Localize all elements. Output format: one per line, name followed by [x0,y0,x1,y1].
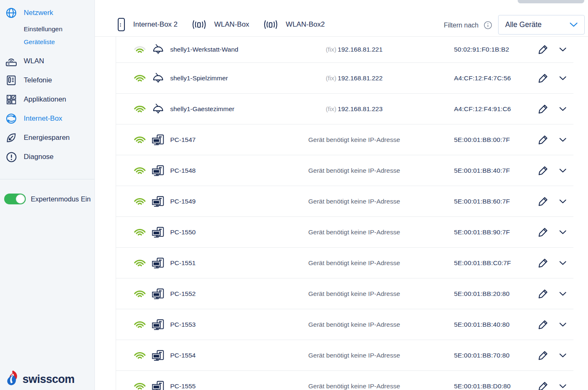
box-tab-icon [117,17,126,32]
edit-pencil-icon[interactable] [538,73,548,84]
edit-pencil-icon[interactable] [538,258,548,268]
device-name: shelly1-Gaestezimmer [170,105,281,113]
mac-address: 5E:00:01:BB:60:7F [427,198,534,205]
sidebar-item-label: Diagnose [24,153,54,161]
tab-wlan-box[interactable]: WLAN-Box [191,19,249,30]
wifi-signal-icon [133,134,147,145]
edit-pencil-icon[interactable] [538,381,548,390]
table-row: PC-1554 Gerät benötigt keine IP-Adresse … [116,340,573,371]
subitem-label: Geräteliste [24,38,55,46]
pc-icon [152,319,164,330]
expand-chevron-icon[interactable] [559,384,567,388]
tab-label: WLAN-Box [214,20,249,29]
sidebar-item-telefonie[interactable]: Telefonie [0,71,94,90]
sidebar-item-label: Applikationen [24,95,66,104]
dropdown-value: Alle Geräte [505,20,570,29]
table-row: shelly1-Werkstatt-Wand (fix)192.168.81.2… [116,37,573,63]
mac-address: 5E:00:01:BB:90:7F [427,229,534,236]
sidebar-item-wlan[interactable]: WLAN [0,52,94,71]
expand-chevron-icon[interactable] [559,292,567,296]
applications-icon [5,94,17,105]
mac-address: 5E:00:01:BB:D0:80 [427,383,534,390]
wifi-signal-icon [133,288,147,299]
mac-address: 5E:00:01:BB:C0:7F [427,259,534,267]
mac-address: A4:CF:12:F4:91:C6 [427,105,534,113]
sidebar-item-label: WLAN [24,57,44,65]
table-row: PC-1553 Gerät benötigt keine IP-Adresse … [116,309,573,340]
edit-pencil-icon[interactable] [538,350,548,361]
tab-internet-box-2[interactable]: Internet-Box 2 [117,17,178,32]
sidebar-item-energiesparen[interactable]: Energiesparen [0,128,94,147]
ip-address: 192.168.81.223 [338,105,383,112]
swisscom-logo: swisscom [4,370,74,389]
expand-chevron-icon[interactable] [559,47,567,52]
sidebar-item-label: Energiesparen [24,134,70,142]
edit-pencil-icon[interactable] [538,104,548,114]
globe-icon [5,7,17,19]
filter-label: Filtern nach [444,22,479,29]
mac-address: 5E:00:01:BB:70:80 [427,352,534,359]
edit-pencil-icon[interactable] [538,227,548,238]
ip-note: Gerät benötigt keine IP-Adresse [308,229,400,236]
collapsed-top-button[interactable] [518,0,584,3]
subitem-label: Einstellungen [24,25,62,33]
info-icon[interactable] [484,21,492,30]
edit-pencil-icon[interactable] [538,196,548,207]
wifi-signal-icon [133,165,147,176]
expand-chevron-icon[interactable] [559,353,567,358]
edit-pencil-icon[interactable] [538,288,548,299]
expand-chevron-icon[interactable] [559,199,567,204]
wifi-signal-icon [133,350,147,361]
swisscom-logo-text: swisscom [22,373,74,386]
internet-box-circle-icon [5,113,17,124]
chevron-down-icon [570,22,578,27]
sidebar-item-diagnose[interactable]: Diagnose [0,147,94,166]
expand-chevron-icon[interactable] [559,107,567,111]
sidebar-subitem-geraeteliste[interactable]: Geräteliste [0,35,94,48]
ip-note: Gerät benötigt keine IP-Adresse [308,352,400,359]
ip-type-label: (fix) [326,75,337,82]
wifi-signal-icon [133,104,147,114]
expand-chevron-icon[interactable] [559,323,567,327]
swisscom-logo-icon [4,370,21,389]
wifi-signal-icon [133,44,147,55]
ip-note: Gerät benötigt keine IP-Adresse [308,167,400,174]
expand-chevron-icon[interactable] [559,76,567,80]
sidebar-item-netzwerk[interactable]: Netzwerk [0,3,94,22]
sidebar-item-applikationen[interactable]: Applikationen [0,90,94,109]
device-name: PC-1549 [170,198,281,205]
energy-leaf-icon [5,132,17,144]
sidebar-subitem-einstellungen[interactable]: Einstellungen [0,22,94,35]
expand-chevron-icon[interactable] [559,169,567,173]
expand-chevron-icon[interactable] [559,138,567,142]
sidebar-divider [0,179,94,179]
sidebar-item-label: Internet-Box [24,114,62,123]
lamp-icon [152,72,164,84]
edit-pencil-icon[interactable] [538,165,548,176]
expand-chevron-icon[interactable] [559,261,567,265]
ip-address: 192.168.81.221 [338,46,383,53]
ip-type-label: (fix) [326,46,337,53]
ip-note: Gerät benötigt keine IP-Adresse [308,321,400,328]
device-name: PC-1547 [170,136,281,144]
ip-note: Gerät benötigt keine IP-Adresse [308,136,400,143]
tab-label: WLAN-Box2 [286,20,325,29]
edit-pencil-icon[interactable] [538,319,548,330]
wlan-signal-tab-icon [263,19,278,30]
sidebar-item-label: Telefonie [24,76,52,84]
topbar: Internet-Box 2 WLAN-Box WLAN-Box2 Filter… [95,0,588,37]
device-filter-dropdown[interactable]: Alle Geräte [498,15,585,35]
edit-pencil-icon[interactable] [538,134,548,145]
expand-chevron-icon[interactable] [559,230,567,234]
ip-note: Gerät benötigt keine IP-Adresse [308,383,400,390]
mac-address: 50:02:91:F0:1B:B2 [427,46,534,53]
device-name: PC-1550 [170,229,281,236]
table-row: PC-1552 Gerät benötigt keine IP-Adresse … [116,278,573,309]
expert-mode-toggle[interactable] [4,194,26,204]
tab-wlan-box2[interactable]: WLAN-Box2 [263,19,325,30]
lamp-icon [152,103,164,115]
wifi-signal-icon [133,196,147,207]
edit-pencil-icon[interactable] [538,44,548,55]
sidebar-item-internet-box[interactable]: Internet-Box [0,109,94,128]
router-admin-app: Netzwerk Einstellungen Geräteliste WLAN … [0,0,588,390]
